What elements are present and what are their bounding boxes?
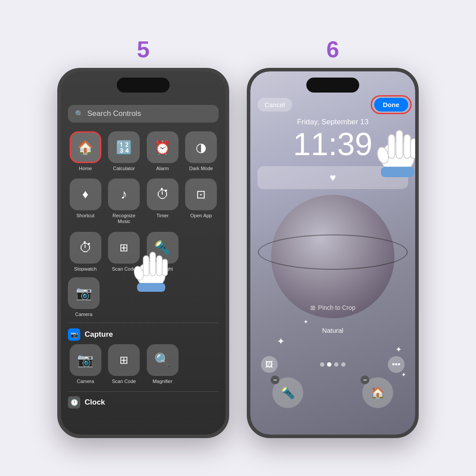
capture-magnifier-icon: 🔍 [154,352,171,368]
recognize-music-label: Recognize Music [107,213,142,224]
capture-scan-icon: ⊞ [119,354,128,366]
capture-camera[interactable]: 📷 Camera [68,344,103,384]
capture-scan-icon-wrap: ⊞ [108,344,140,376]
dark-mode-label: Dark Mode [189,166,213,171]
alarm-label: Alarm [156,166,169,171]
stopwatch-label: Stopwatch [74,266,97,272]
timer-icon-wrap: ⏱ [147,178,178,210]
control-timer[interactable]: ⏱ Timer [145,178,180,224]
capture-magnifier-icon-wrap: 🔍 [147,344,178,376]
bottom-toolbar: 🖼 ••• [250,356,415,373]
phone6-inner: Cancel Done Friday, September 13 11:39 ♥ [250,71,415,435]
flashlight-icon: 🔦 [154,240,171,255]
capture-magnifier[interactable]: 🔍 Magnifier [145,344,180,384]
done-button[interactable]: Done [374,98,409,112]
control-recognize-music[interactable]: ♪ Recognize Music [107,178,142,224]
shortcut-label: Shortcut [76,213,94,219]
open-app-icon-wrap: ⊡ [185,178,217,210]
lockscreen-time: 11:39 [250,128,415,160]
widgets-row: − 🔦 − 🏠 [250,377,415,408]
planet-ring [258,234,408,270]
open-app-label: Open App [190,213,212,219]
stopwatch-icon: ⏱ [79,240,92,255]
flashlight-icon-wrap: 🔦 [147,232,178,264]
home-label: Home [79,166,92,171]
capture-scan[interactable]: ⊞ Scan Code [107,344,142,384]
control-home[interactable]: 🏠 Home [68,131,103,171]
capture-section-header: 📷 Capture [61,325,226,342]
dark-mode-icon-wrap: ◑ [185,131,217,163]
phone5-inner: 🔍 Search Controls 🏠 Home [61,71,226,435]
home-icon-wrap: 🏠 [70,131,101,163]
heart-widget: ♥ [257,166,408,189]
dark-mode-icon: ◑ [196,140,206,155]
camera-single-row: 📷 Camera [61,277,226,321]
toolbar-dots [320,362,346,367]
alarm-icon: ⏰ [154,140,171,155]
control-dark-mode[interactable]: ◑ Dark Mode [184,131,219,171]
capture-scan-label: Scan Code [112,379,136,384]
lockscreen-date: Friday, September 13 [250,118,415,126]
crop-icon: ⊞ [310,304,316,311]
shortcut-icon: ♦ [82,187,89,201]
clock-section-icon: 🕐 [68,396,80,409]
phone6: Cancel Done Friday, September 13 11:39 ♥ [247,68,419,438]
calculator-label: Calculator [113,166,135,171]
done-button-wrapper: Done [374,98,409,112]
search-text: Search Controls [87,109,141,118]
timer-label: Timer [156,213,169,219]
dynamic-island-5 [117,78,170,93]
lockscreen: Cancel Done Friday, September 13 11:39 ♥ [250,71,415,435]
search-icon: 🔍 [75,110,84,118]
phone5: 🔍 Search Controls 🏠 Home [57,68,229,438]
camera-single-icon-wrap: 📷 [68,277,100,309]
dot-3 [334,362,338,367]
shortcut-icon-wrap: ♦ [70,178,101,210]
calculator-icon: 🔢 [116,140,132,155]
sparkle-2: ✦ [303,318,309,325]
minus-badge-1: − [271,376,279,384]
dot-2 [327,362,331,367]
clock-section-label: Clock [85,398,105,407]
capture-section-label: Capture [85,330,113,339]
open-app-icon: ⊡ [196,188,206,201]
widget-home[interactable]: − 🏠 [362,377,393,408]
camera-single-icon: 📷 [76,285,92,301]
toolbar-more-icon[interactable]: ••• [388,356,405,373]
calculator-icon-wrap: 🔢 [108,131,140,163]
control-alarm[interactable]: ⏰ Alarm [145,131,180,171]
control-scan-code[interactable]: ⊞ Scan Code [107,232,142,272]
recognize-music-icon-wrap: ♪ [108,178,140,210]
flashlight-label: Flashlight [152,266,173,272]
capture-camera-icon-wrap: 📷 [70,344,101,376]
pinch-to-crop: ⊞ Pinch to Crop [310,304,356,311]
control-camera-single[interactable]: 📷 Camera [68,277,100,317]
capture-section-icon: 📷 [68,328,80,341]
sparkle-1: ✦ [277,336,285,347]
pinch-to-crop-text: Pinch to Crop [318,304,356,311]
music-icon: ♪ [121,187,127,202]
natural-label: Natural [322,327,343,334]
control-stopwatch[interactable]: ⏱ Stopwatch [68,232,103,272]
scan-code-label: Scan Code [112,266,136,272]
home-icon: 🏠 [77,140,93,155]
dot-1 [320,362,324,367]
control-calculator[interactable]: 🔢 Calculator [107,131,142,171]
main-container: 5 🔍 Search Controls [0,0,476,476]
toolbar-photos-icon[interactable]: 🖼 [261,356,278,373]
search-bar[interactable]: 🔍 Search Controls [68,105,219,123]
step6-number: 6 [327,38,339,61]
scan-code-icon: ⊞ [119,242,128,254]
widget-flashlight[interactable]: − 🔦 [272,377,303,408]
capture-grid: 📷 Camera ⊞ Scan Code [61,342,226,390]
heart-icon: ♥ [330,171,336,184]
control-flashlight[interactable]: 🔦 Flashlight [145,232,180,272]
control-open-app[interactable]: ⊡ Open App [184,178,219,224]
control-shortcut[interactable]: ♦ Shortcut [68,178,103,224]
step5-wrapper: 5 🔍 Search Controls [57,38,229,438]
controls-row1: 🏠 Home 🔢 Calculator [61,128,226,277]
alarm-icon-wrap: ⏰ [147,131,178,163]
step5-number: 5 [137,38,150,61]
cancel-button[interactable]: Cancel [257,98,292,112]
camera-single-label: Camera [75,312,92,317]
